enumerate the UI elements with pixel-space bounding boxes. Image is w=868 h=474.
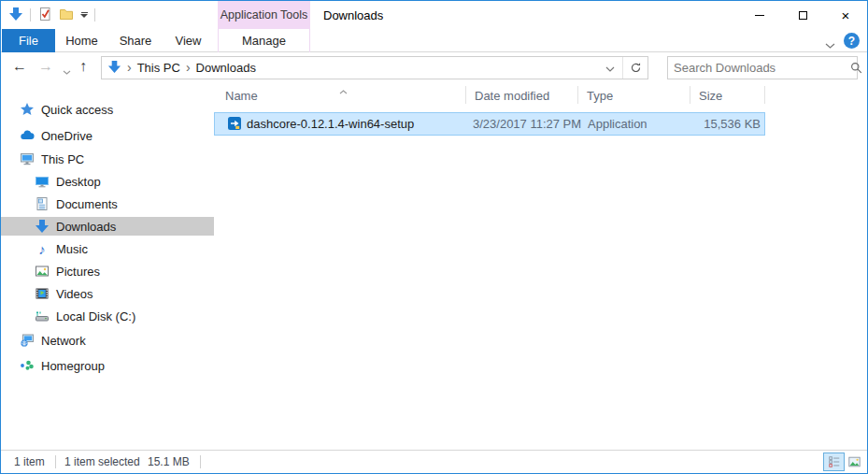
selection-count: 1 item selected [64,455,140,468]
picture-icon [35,264,50,279]
thumbnail-view-button[interactable] [844,452,865,471]
minimize-button[interactable] [738,1,781,29]
window-downloads-icon [8,7,23,24]
column-separator[interactable] [465,86,466,104]
file-size: 15,536 KB [682,113,761,135]
breadcrumb-chevron-icon[interactable]: › [127,61,132,76]
sidebar-item-onedrive[interactable]: OneDrive [1,126,214,145]
breadcrumb-downloads[interactable]: Downloads [196,61,256,75]
status-separator [200,455,201,468]
minimize-icon [755,15,764,16]
tab-manage[interactable]: Manage [218,29,310,52]
sidebar-item-music[interactable]: ♪ Music [1,239,214,258]
up-icon[interactable]: ↑ [79,56,87,77]
ribbon-tab-row: File Home Share View Manage ? [1,29,867,52]
customize-qat-icon[interactable] [80,12,88,18]
column-header-date-modified[interactable]: Date modified [475,81,549,108]
item-count: 1 item [14,455,45,468]
sidebar-item-label: Downloads [56,220,116,234]
quick-access-toolbar [8,4,95,26]
sidebar-item-label: Local Disk (C:) [56,309,135,323]
column-header-name[interactable]: Name [225,81,258,108]
tab-home[interactable]: Home [55,29,108,52]
download-icon [35,219,50,234]
sort-ascending-icon [339,83,348,97]
sidebar-item-desktop[interactable]: Desktop [1,172,214,191]
breadcrumb-chevron-icon[interactable]: › [186,61,191,76]
tab-file[interactable]: File [2,29,55,52]
sidebar-item-label: Pictures [56,265,100,279]
caption-buttons: × [738,1,867,29]
contextual-tab-header: Application Tools [218,1,310,29]
maximize-button[interactable] [781,1,824,29]
explorer-window: Application Tools Downloads × File Home … [0,0,868,474]
breadcrumb: › This PC › Downloads [102,60,605,77]
sidebar-item-label: Quick access [41,103,113,117]
address-bar-controls [605,57,647,79]
sidebar-item-label: Network [41,334,86,348]
details-view-button[interactable] [823,452,845,471]
main-area: Quick access OneDrive This PC Desktop Do… [1,81,867,450]
sidebar-item-homegroup[interactable]: Homegroup [1,356,214,375]
sidebar-item-label: This PC [41,152,84,166]
column-header-type[interactable]: Type [587,81,613,108]
column-separator[interactable] [764,86,765,104]
back-icon[interactable]: ← [12,56,27,77]
star-icon [20,102,35,117]
breadcrumb-this-pc[interactable]: This PC [137,61,180,75]
refresh-icon[interactable] [623,57,647,79]
file-name: dashcore-0.12.1.4-win64-setup [247,113,414,135]
recent-locations-chevron-icon[interactable] [63,64,71,78]
document-icon [35,196,50,211]
window-title: Downloads [323,8,383,22]
tab-view[interactable]: View [163,29,214,52]
search-icon[interactable] [844,62,868,74]
maximize-icon [799,11,807,20]
sidebar-item-quick-access[interactable]: Quick access [1,100,214,119]
cloud-icon [20,128,35,143]
file-date-modified: 3/23/2017 11:27 PM [473,113,581,135]
computer-icon [20,151,35,166]
file-row-selected[interactable]: dashcore-0.12.1.4-win64-setup 3/23/2017 … [214,112,765,136]
file-list-pane: Name Date modified Type Size dashcore-0.… [214,81,867,450]
qat-separator [94,8,95,22]
desktop-icon [35,174,50,189]
sidebar-item-label: Videos [56,287,93,301]
sidebar-item-documents[interactable]: Documents [1,194,214,213]
sidebar-item-label: Desktop [56,175,101,189]
sidebar-item-label: Homegroup [41,359,105,373]
column-separator[interactable] [690,86,690,104]
sidebar-item-downloads[interactable]: Downloads [1,217,214,236]
close-icon: × [842,8,850,22]
sidebar-item-label: OneDrive [41,129,92,143]
chevron-down-icon[interactable] [825,37,835,51]
qat-separator [30,8,31,22]
new-folder-icon[interactable] [59,7,74,24]
column-header-size[interactable]: Size [699,81,722,108]
navigation-pane: Quick access OneDrive This PC Desktop Do… [1,81,214,450]
sidebar-item-videos[interactable]: Videos [1,284,214,303]
address-bar[interactable]: › This PC › Downloads [101,56,648,79]
tab-share[interactable]: Share [108,29,163,52]
navigation-bar: ← → ↑ › This PC › Downloads [1,53,867,81]
selection-size: 15.1 MB [148,455,190,468]
application-setup-icon [227,116,242,134]
sidebar-item-network[interactable]: Network [1,331,214,350]
close-button[interactable]: × [824,1,867,29]
column-headers: Name Date modified Type Size [214,81,867,108]
search-input[interactable] [668,61,844,75]
status-separator [55,455,56,468]
help-icon[interactable]: ? [844,33,860,49]
properties-icon[interactable] [37,7,52,24]
column-separator[interactable] [577,86,578,104]
address-dropdown-chevron-icon[interactable] [605,61,615,75]
status-bar: 1 item 1 item selected 15.1 MB [1,450,867,473]
sidebar-item-this-pc[interactable]: This PC [1,150,214,168]
music-icon: ♪ [35,241,50,256]
sidebar-item-local-disk-c[interactable]: Local Disk (C:) [1,307,214,325]
sidebar-item-label: Music [56,242,88,256]
file-type: Application [588,113,647,135]
sidebar-item-pictures[interactable]: Pictures [1,262,214,280]
forward-icon[interactable]: → [38,56,53,77]
details-view-icon [828,455,841,468]
